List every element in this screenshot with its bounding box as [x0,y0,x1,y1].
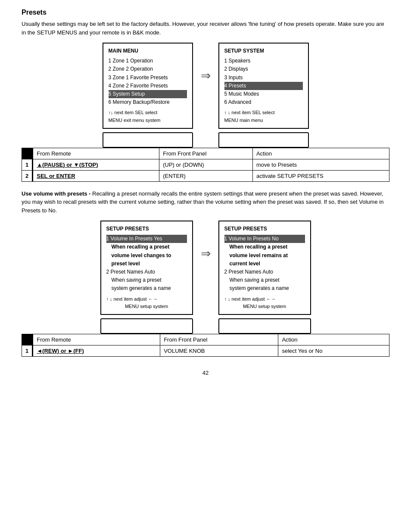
table2-col-action: Action [278,334,389,345]
setup-presets-no-desc1b: volume level remains at [224,252,305,260]
setup-presets-no-display [218,318,311,334]
page-number: 42 [22,370,389,376]
setup-system-item-1: 1 Speakers [224,57,303,65]
setup-presets-yes-display [100,318,193,334]
table2-row1-panel: VOLUME KNOB [160,345,278,356]
main-menu-item-4: 4 Zone 2 Favorite Presets [109,82,187,90]
setup-presets-no-title: SETUP PRESETS [224,225,305,233]
main-menu-box: MAIN MENU 1 Zone 1 Operation 2 Zone 2 Op… [103,43,193,129]
table-row: 1 ▲(PAUSE) or ▼(STOP) (UP) or (DOWN) mov… [22,159,389,170]
setup-system-display [218,132,309,148]
setup-presets-no-item1: 1 Volume In Presets No [224,235,305,243]
table1-col-remote: From Remote [33,148,159,159]
section-title: Presets [22,9,389,16]
menu-diagram-1: MAIN MENU 1 Zone 1 Operation 2 Zone 2 Op… [22,43,389,148]
setup-presets-yes-desc1c: preset level [106,260,187,268]
setup-presets-yes-desc1b: volume level changes to [106,252,187,260]
table2-row1-action: select Yes or No [278,345,389,356]
table1-row2-remote: SEL or ENTER [33,170,159,181]
setup-system-item-3: 3 Inputs [224,74,303,82]
setup-presets-yes-footer: ↑ ↓ next item adjust ←→ MENU setup syste… [106,296,187,311]
setup-presets-yes-title: SETUP PRESETS [106,225,187,233]
table1-row2-action: activate SETUP PRESETS [252,170,389,181]
setup-presets-yes-item1: 1 Volume In Presets Yes [106,235,187,243]
arrow-right-2: ⇒ [201,246,211,261]
navigation-table-2: From Remote From Front Panel Action 1 ◄(… [22,334,389,357]
table2-col-panel: From Front Panel [160,334,278,345]
setup-presets-no-footer: ↑ ↓ next item adjust ←→ MENU setup syste… [224,296,305,311]
main-menu-item-3: 3 Zone 1 Favorite Presets [109,74,187,82]
table1-col-action: Action [252,148,389,159]
setup-presets-yes-desc2a: When saving a preset [106,276,187,284]
main-menu-title: MAIN MENU [109,47,187,55]
setup-presets-no-item2: 2 Preset Names Auto [224,268,305,276]
setup-presets-no-desc2b: system generates a name [224,284,305,292]
use-volume-text: Use volume with presets - Recalling a pr… [22,190,389,215]
table2-col-remote: From Remote [33,334,160,345]
main-menu-item-6: 6 Memory Backup/Restore [109,98,187,106]
setup-presets-no-desc1c: current level [224,260,305,268]
main-menu-footer: ↑↓ next item SEL select MENU exit menu s… [109,109,187,124]
table1-row1-action: move to Presets [252,159,389,170]
table2-row1-num: 1 [22,345,33,356]
setup-presets-no-box: SETUP PRESETS 1 Volume In Presets No Whe… [218,221,311,315]
table2-row1-remote: ◄(REW) or ►(FF) [33,345,160,356]
main-menu-item-1: 1 Zone 1 Operation [109,57,187,65]
setup-presets-yes-desc1a: When recalling a preset [106,243,187,251]
setup-presets-yes-desc2b: system generates a name [106,284,187,292]
table1-row2-num: 2 [22,170,33,181]
setup-presets-yes-item2: 2 Preset Names Auto [106,268,187,276]
table1-row1-remote: ▲(PAUSE) or ▼(STOP) [33,159,159,170]
menu-diagram-2: SETUP PRESETS 1 Volume In Presets Yes Wh… [22,221,389,334]
setup-system-item-5: 5 Music Modes [224,90,303,98]
table1-row2-panel: (ENTER) [159,170,253,181]
main-menu-display [103,132,193,148]
main-menu-item-2: 2 Zone 2 Operation [109,65,187,73]
table2-num-header [22,334,33,345]
setup-system-item-2: 2 Displays [224,65,303,73]
setup-system-item-6: 6 Advanced [224,98,303,106]
arrow-right-1: ⇒ [201,68,211,83]
table-row: 1 ◄(REW) or ►(FF) VOLUME KNOB select Yes… [22,345,389,356]
navigation-table-1: From Remote From Front Panel Action 1 ▲(… [22,148,389,182]
table1-col-panel: From Front Panel [159,148,253,159]
table1-row1-panel: (UP) or (DOWN) [159,159,253,170]
table-row: 2 SEL or ENTER (ENTER) activate SETUP PR… [22,170,389,181]
setup-system-footer: ↑ ↓ next item SEL select MENU main menu [224,109,303,124]
table1-num-header [22,148,33,159]
setup-presets-no-desc2a: When saving a preset [224,276,305,284]
intro-text: Usually these settings may be left set t… [22,20,389,37]
setup-system-item-4: 4 Presets [224,82,303,90]
main-menu-item-5: 5 System Setup [109,90,187,98]
setup-system-box: SETUP SYSTEM 1 Speakers 2 Displays 3 Inp… [218,43,309,129]
setup-presets-yes-box: SETUP PRESETS 1 Volume In Presets Yes Wh… [100,221,193,315]
setup-system-title: SETUP SYSTEM [224,47,303,55]
table1-row1-num: 1 [22,159,33,170]
setup-presets-no-desc1a: When recalling a preset [224,243,305,251]
